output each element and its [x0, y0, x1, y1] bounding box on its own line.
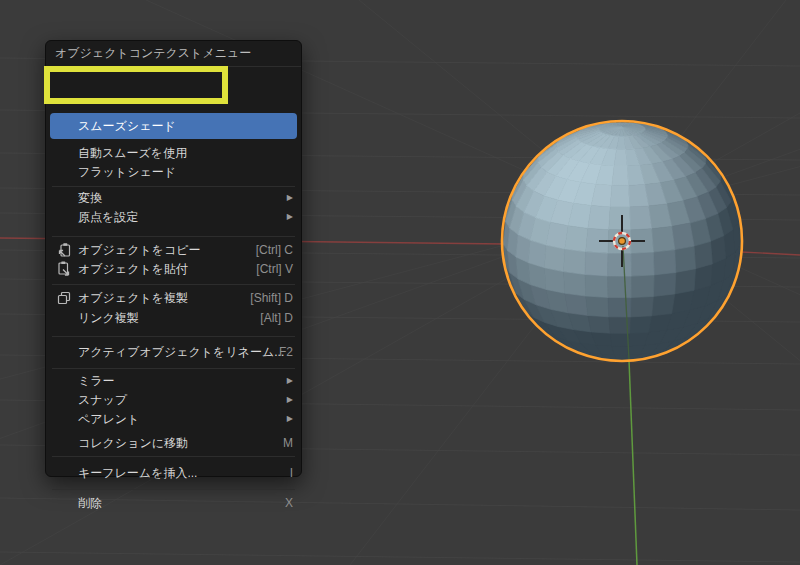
menu-item-label: スムーズシェード — [78, 119, 176, 133]
menu-item-label: アクティブオブジェクトをリネーム... — [78, 345, 284, 359]
menu-item-label: オブジェクトを複製 — [78, 291, 188, 305]
menu-item-snap[interactable]: スナップ ▶ — [46, 390, 301, 410]
menu-item-label: コレクションに移動 — [78, 436, 188, 450]
menu-item-label: スナップ — [78, 393, 127, 407]
menu-item-shade-smooth[interactable]: スムーズシェード — [50, 113, 297, 139]
menu-shortcut: X — [285, 493, 293, 513]
chevron-right-icon: ▶ — [287, 409, 293, 429]
menu-shortcut: [Shift] D — [250, 288, 293, 308]
menu-shortcut: [Alt] D — [260, 308, 293, 328]
menu-item-copy-objects[interactable]: オブジェクトをコピー [Ctrl] C — [46, 240, 301, 260]
duplicate-icon — [56, 290, 72, 306]
menu-separator — [52, 236, 295, 237]
context-menu-title: オブジェクトコンテクストメニュー — [46, 41, 301, 67]
menu-item-insert-keyframe[interactable]: キーフレームを挿入... I — [46, 463, 301, 483]
menu-item-label: リンク複製 — [78, 311, 139, 325]
menu-item-convert[interactable]: 変換 ▶ — [46, 188, 301, 208]
menu-item-use-auto-smooth[interactable]: 自動スムーズを使用 — [46, 143, 301, 163]
menu-item-shade-flat[interactable]: フラットシェード — [46, 162, 301, 182]
menu-item-duplicate-linked[interactable]: リンク複製 [Alt] D — [46, 308, 301, 328]
menu-item-label: 変換 — [78, 191, 102, 205]
menu-separator — [52, 368, 295, 369]
menu-item-label: フラットシェード — [78, 165, 176, 179]
menu-item-label: 削除 — [78, 496, 102, 510]
menu-item-label: 自動スムーズを使用 — [78, 146, 187, 160]
copy-icon — [56, 242, 72, 258]
chevron-right-icon: ▶ — [287, 207, 293, 227]
blender-3d-viewport[interactable]: オブジェクトコンテクストメニュー スムーズシェード 自動スムーズを使用 フラット… — [0, 0, 800, 565]
menu-item-duplicate-objects[interactable]: オブジェクトを複製 [Shift] D — [46, 288, 301, 308]
menu-shortcut: I — [290, 463, 293, 483]
menu-shortcut: M — [283, 433, 293, 453]
menu-item-move-to-collection[interactable]: コレクションに移動 M — [46, 433, 301, 453]
menu-item-rename-active-object[interactable]: アクティブオブジェクトをリネーム... F2 — [46, 342, 301, 362]
menu-separator — [52, 489, 295, 490]
menu-item-label: オブジェクトを貼付 — [78, 262, 188, 276]
menu-item-label: ミラー — [78, 374, 115, 388]
menu-shortcut: F2 — [279, 342, 293, 362]
object-context-menu: オブジェクトコンテクストメニュー スムーズシェード 自動スムーズを使用 フラット… — [45, 40, 302, 477]
menu-item-label: 原点を設定 — [78, 210, 138, 224]
menu-separator — [52, 336, 295, 337]
menu-item-label: オブジェクトをコピー — [78, 243, 201, 257]
paste-icon — [56, 261, 72, 277]
menu-shortcut: [Ctrl] C — [256, 240, 293, 260]
menu-item-label: ペアレント — [78, 412, 139, 426]
menu-separator — [52, 284, 295, 285]
menu-shortcut: [Ctrl] V — [256, 259, 293, 279]
menu-item-paste-objects[interactable]: オブジェクトを貼付 [Ctrl] V — [46, 259, 301, 279]
menu-separator — [52, 186, 295, 187]
menu-item-delete[interactable]: 削除 X — [46, 493, 301, 513]
menu-item-parent[interactable]: ペアレント ▶ — [46, 409, 301, 429]
menu-separator — [52, 456, 295, 457]
chevron-right-icon: ▶ — [287, 390, 293, 410]
chevron-right-icon: ▶ — [287, 371, 293, 391]
menu-item-set-origin[interactable]: 原点を設定 ▶ — [46, 207, 301, 227]
chevron-right-icon: ▶ — [287, 188, 293, 208]
menu-item-label: キーフレームを挿入... — [78, 466, 197, 480]
menu-item-mirror[interactable]: ミラー ▶ — [46, 371, 301, 391]
object-origin-dot — [619, 238, 626, 245]
